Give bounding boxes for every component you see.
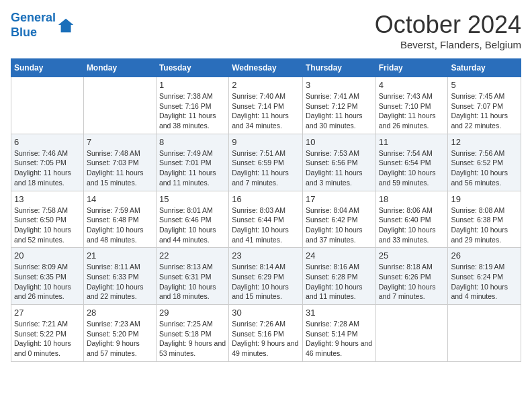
header-row: Sunday Monday Tuesday Wednesday Thursday… [11, 59, 521, 77]
location-subtitle: Beverst, Flanders, Belgium [375, 39, 521, 50]
day-number: 12 [451, 137, 518, 147]
day-cell: 8 Sunrise: 7:49 AMSunset: 7:01 PMDayligh… [156, 134, 228, 191]
day-info: Sunrise: 8:11 AMSunset: 6:33 PMDaylight:… [87, 262, 153, 302]
day-number: 4 [379, 80, 445, 90]
day-cell: 14 Sunrise: 7:59 AMSunset: 6:48 PMDaylig… [83, 191, 156, 248]
header-thursday: Thursday [302, 59, 375, 77]
day-cell: 16 Sunrise: 8:03 AMSunset: 6:44 PMDaylig… [229, 191, 303, 248]
day-info: Sunrise: 8:06 AMSunset: 6:40 PMDaylight:… [379, 205, 445, 245]
day-number: 24 [306, 250, 373, 261]
day-info: Sunrise: 7:25 AMSunset: 5:18 PMDaylight:… [159, 319, 226, 359]
day-info: Sunrise: 8:03 AMSunset: 6:44 PMDaylight:… [232, 205, 300, 245]
day-cell: 4 Sunrise: 7:43 AMSunset: 7:10 PMDayligh… [375, 77, 448, 134]
header-sunday: Sunday [11, 59, 84, 77]
day-cell [448, 305, 521, 362]
week-row-2: 6 Sunrise: 7:46 AMSunset: 7:05 PMDayligh… [11, 134, 521, 191]
day-cell: 26 Sunrise: 8:19 AMSunset: 6:24 PMDaylig… [448, 248, 521, 305]
day-info: Sunrise: 8:13 AMSunset: 6:31 PMDaylight:… [159, 262, 226, 302]
svg-marker-0 [58, 18, 73, 32]
day-cell: 10 Sunrise: 7:53 AMSunset: 6:56 PMDaylig… [302, 134, 375, 191]
day-number: 27 [14, 308, 81, 318]
day-info: Sunrise: 7:54 AMSunset: 6:54 PMDaylight:… [379, 148, 445, 188]
day-cell: 12 Sunrise: 7:56 AMSunset: 6:52 PMDaylig… [448, 134, 521, 191]
day-number: 1 [159, 80, 226, 90]
day-cell [11, 77, 84, 134]
day-cell: 5 Sunrise: 7:45 AMSunset: 7:07 PMDayligh… [448, 77, 521, 134]
day-cell: 24 Sunrise: 8:16 AMSunset: 6:28 PMDaylig… [302, 248, 375, 305]
day-cell: 18 Sunrise: 8:06 AMSunset: 6:40 PMDaylig… [375, 191, 448, 248]
day-number: 17 [306, 194, 373, 204]
day-cell: 30 Sunrise: 7:26 AMSunset: 5:16 PMDaylig… [229, 305, 303, 362]
day-cell: 11 Sunrise: 7:54 AMSunset: 6:54 PMDaylig… [375, 134, 448, 191]
day-info: Sunrise: 8:14 AMSunset: 6:29 PMDaylight:… [232, 262, 300, 302]
day-cell [375, 305, 448, 362]
day-info: Sunrise: 7:40 AMSunset: 7:14 PMDaylight:… [232, 91, 300, 131]
day-info: Sunrise: 7:28 AMSunset: 5:14 PMDaylight:… [306, 319, 373, 359]
day-number: 8 [159, 137, 226, 147]
day-cell: 1 Sunrise: 7:38 AMSunset: 7:16 PMDayligh… [156, 77, 228, 134]
day-number: 15 [159, 194, 226, 204]
day-number: 3 [306, 80, 373, 90]
day-cell: 23 Sunrise: 8:14 AMSunset: 6:29 PMDaylig… [229, 248, 303, 305]
day-number: 11 [379, 137, 445, 147]
day-number: 29 [159, 308, 226, 318]
day-info: Sunrise: 8:18 AMSunset: 6:26 PMDaylight:… [379, 262, 445, 302]
day-cell: 27 Sunrise: 7:21 AMSunset: 5:22 PMDaylig… [11, 305, 84, 362]
day-info: Sunrise: 8:08 AMSunset: 6:38 PMDaylight:… [451, 205, 518, 245]
day-cell: 9 Sunrise: 7:51 AMSunset: 6:59 PMDayligh… [229, 134, 303, 191]
logo: GeneralBlue [11, 11, 76, 40]
day-cell: 19 Sunrise: 8:08 AMSunset: 6:38 PMDaylig… [448, 191, 521, 248]
day-number: 16 [232, 194, 300, 204]
day-info: Sunrise: 8:19 AMSunset: 6:24 PMDaylight:… [451, 262, 518, 302]
day-info: Sunrise: 7:38 AMSunset: 7:16 PMDaylight:… [159, 91, 226, 131]
day-info: Sunrise: 7:26 AMSunset: 5:16 PMDaylight:… [232, 319, 300, 359]
day-cell: 7 Sunrise: 7:48 AMSunset: 7:03 PMDayligh… [83, 134, 156, 191]
day-info: Sunrise: 8:16 AMSunset: 6:28 PMDaylight:… [306, 262, 373, 302]
header-monday: Monday [83, 59, 156, 77]
day-cell: 21 Sunrise: 8:11 AMSunset: 6:33 PMDaylig… [83, 248, 156, 305]
day-number: 26 [451, 250, 518, 261]
day-info: Sunrise: 7:21 AMSunset: 5:22 PMDaylight:… [14, 319, 81, 359]
day-number: 7 [87, 137, 153, 147]
logo-icon [57, 16, 76, 35]
day-info: Sunrise: 7:59 AMSunset: 6:48 PMDaylight:… [87, 205, 153, 245]
day-cell: 3 Sunrise: 7:41 AMSunset: 7:12 PMDayligh… [302, 77, 375, 134]
day-number: 21 [87, 250, 153, 261]
day-info: Sunrise: 7:51 AMSunset: 6:59 PMDaylight:… [232, 148, 300, 188]
day-info: Sunrise: 7:46 AMSunset: 7:05 PMDaylight:… [14, 148, 81, 188]
day-info: Sunrise: 7:53 AMSunset: 6:56 PMDaylight:… [306, 148, 373, 188]
day-cell: 6 Sunrise: 7:46 AMSunset: 7:05 PMDayligh… [11, 134, 84, 191]
header-tuesday: Tuesday [156, 59, 228, 77]
day-number: 31 [306, 308, 373, 318]
logo-text: GeneralBlue [11, 11, 56, 40]
day-number: 5 [451, 80, 518, 90]
day-cell: 31 Sunrise: 7:28 AMSunset: 5:14 PMDaylig… [302, 305, 375, 362]
day-info: Sunrise: 7:56 AMSunset: 6:52 PMDaylight:… [451, 148, 518, 188]
day-info: Sunrise: 7:43 AMSunset: 7:10 PMDaylight:… [379, 91, 445, 131]
day-number: 22 [159, 250, 226, 261]
calendar-header: Sunday Monday Tuesday Wednesday Thursday… [11, 59, 521, 77]
day-cell [83, 77, 156, 134]
day-cell: 17 Sunrise: 8:04 AMSunset: 6:42 PMDaylig… [302, 191, 375, 248]
day-cell: 2 Sunrise: 7:40 AMSunset: 7:14 PMDayligh… [229, 77, 303, 134]
day-number: 20 [14, 250, 81, 261]
day-number: 25 [379, 250, 445, 261]
day-cell: 20 Sunrise: 8:09 AMSunset: 6:35 PMDaylig… [11, 248, 84, 305]
day-cell: 22 Sunrise: 8:13 AMSunset: 6:31 PMDaylig… [156, 248, 228, 305]
day-cell: 13 Sunrise: 7:58 AMSunset: 6:50 PMDaylig… [11, 191, 84, 248]
calendar-body: 1 Sunrise: 7:38 AMSunset: 7:16 PMDayligh… [11, 77, 521, 362]
day-number: 2 [232, 80, 300, 90]
header-friday: Friday [375, 59, 448, 77]
week-row-3: 13 Sunrise: 7:58 AMSunset: 6:50 PMDaylig… [11, 191, 521, 248]
day-info: Sunrise: 7:23 AMSunset: 5:20 PMDaylight:… [87, 319, 153, 359]
day-number: 13 [14, 194, 81, 204]
day-info: Sunrise: 7:41 AMSunset: 7:12 PMDaylight:… [306, 91, 373, 131]
day-number: 14 [87, 194, 153, 204]
title-section: October 2024 Beverst, Flanders, Belgium [375, 11, 521, 50]
day-info: Sunrise: 8:09 AMSunset: 6:35 PMDaylight:… [14, 262, 81, 302]
header-saturday: Saturday [448, 59, 521, 77]
calendar-table: Sunday Monday Tuesday Wednesday Thursday… [11, 58, 521, 362]
day-number: 9 [232, 137, 300, 147]
header-wednesday: Wednesday [229, 59, 303, 77]
page-header: GeneralBlue October 2024 Beverst, Flande… [11, 11, 521, 50]
